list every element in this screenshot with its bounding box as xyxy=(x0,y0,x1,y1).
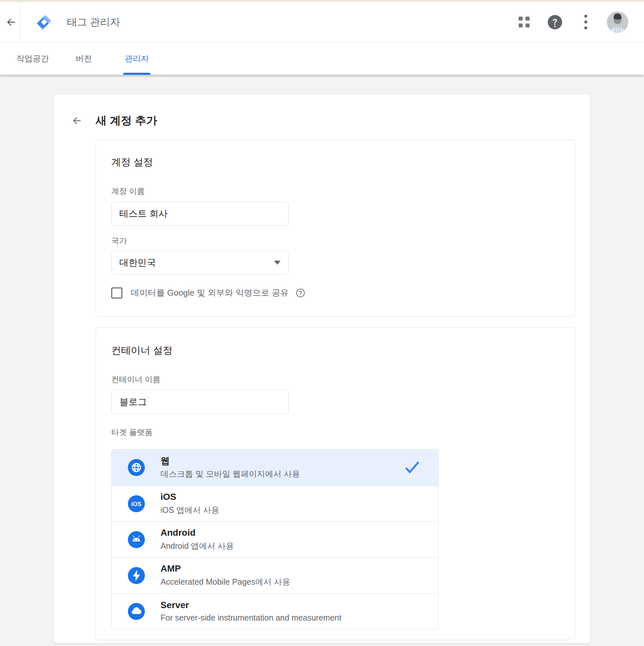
grid-square xyxy=(526,17,530,20)
platform-option-web[interactable]: 웹 데스크톱 및 모바일 웹페이지에서 사용 xyxy=(112,450,438,486)
account-settings-heading: 계정 설정 xyxy=(111,155,575,169)
platform-title: Server xyxy=(160,600,341,611)
container-name-input[interactable] xyxy=(111,390,289,414)
country-label: 국가 xyxy=(111,235,575,246)
grid-square xyxy=(519,17,523,20)
container-name-label: 컨테이너 이름 xyxy=(111,374,575,385)
account-settings-panel: 계정 설정 계정 이름 국가 대한민국 데이터를 Google 및 외부와 익명… xyxy=(96,140,575,317)
card-back-button[interactable] xyxy=(71,115,82,126)
platform-title: iOS xyxy=(160,492,220,502)
appbar-actions: ? xyxy=(519,11,628,33)
caret-down-icon xyxy=(274,261,281,264)
add-account-card: 새 계정 추가 계정 설정 계정 이름 국가 대한민국 데이터를 Google … xyxy=(53,95,590,643)
android-icon xyxy=(128,531,145,548)
app-header: 태그 관리자 ? xyxy=(0,2,644,42)
share-data-checkbox[interactable] xyxy=(111,288,122,299)
tab-label: 관리자 xyxy=(125,53,149,64)
container-settings-panel: 컨테이너 설정 컨테이너 이름 타겟 플랫폼 xyxy=(96,327,575,640)
globe-icon xyxy=(128,459,145,476)
server-cloud-icon xyxy=(128,603,145,620)
page-content: 새 계정 추가 계정 설정 계정 이름 국가 대한민국 데이터를 Google … xyxy=(0,75,644,646)
svg-text:iOS: iOS xyxy=(131,501,141,507)
back-arrow-icon xyxy=(71,115,81,126)
gtm-logo-icon xyxy=(36,14,52,30)
help-icon[interactable]: ? xyxy=(548,15,562,29)
page-title: 새 계정 추가 xyxy=(96,113,157,128)
target-platform-list: 웹 데스크톱 및 모바일 웹페이지에서 사용 iOS xyxy=(111,449,438,629)
platform-description: Accelerated Mobile Pages에서 사용 xyxy=(160,576,290,587)
platform-title: Android xyxy=(160,528,234,538)
country-selected-value: 대한민국 xyxy=(119,256,156,269)
platform-description: For server-side instrumentation and meas… xyxy=(160,613,341,623)
avatar[interactable] xyxy=(607,11,628,33)
overflow-menu-icon[interactable] xyxy=(583,13,588,31)
share-help-icon[interactable]: ? xyxy=(296,289,305,298)
main-tabbar: 작업공간 버전 관리자 xyxy=(0,42,644,75)
platform-title: AMP xyxy=(160,563,290,574)
apps-grid-icon[interactable] xyxy=(519,17,530,27)
platform-option-android[interactable]: Android Android 앱에서 사용 xyxy=(112,521,438,557)
grid-square xyxy=(526,23,530,27)
dot xyxy=(584,15,587,18)
question-circle-icon: ? xyxy=(296,289,305,298)
share-data-label: 데이터를 Google 및 외부와 익명으로 공유 xyxy=(131,287,289,299)
card-header: 새 계정 추가 xyxy=(53,95,590,128)
country-select[interactable]: 대한민국 xyxy=(111,250,289,275)
platform-option-amp[interactable]: AMP Accelerated Mobile Pages에서 사용 xyxy=(112,557,438,593)
amp-icon xyxy=(128,567,145,584)
platform-description: 데스크톱 및 모바일 웹페이지에서 사용 xyxy=(160,468,300,479)
tab-label: 버전 xyxy=(76,53,92,64)
app-title: 태그 관리자 xyxy=(67,15,120,29)
platform-description: Android 앱에서 사용 xyxy=(160,541,234,551)
account-name-input[interactable] xyxy=(111,202,289,226)
dot xyxy=(584,20,587,23)
back-button[interactable] xyxy=(0,2,20,42)
container-settings-heading: 컨테이너 설정 xyxy=(111,344,575,357)
svg-text:?: ? xyxy=(552,17,557,26)
platform-option-server[interactable]: Server For server-side instrumentation a… xyxy=(112,593,438,629)
avatar-image xyxy=(607,11,628,33)
share-data-row: 데이터를 Google 및 외부와 익명으로 공유 ? xyxy=(111,287,575,299)
ios-icon: iOS xyxy=(128,495,145,512)
account-name-label: 계정 이름 xyxy=(111,186,575,196)
tab-workspace[interactable]: 작업공간 xyxy=(16,42,49,75)
check-icon xyxy=(404,461,420,474)
appbar-branding: 태그 관리자 xyxy=(36,14,120,30)
dot xyxy=(584,26,587,29)
tab-label: 작업공간 xyxy=(16,53,49,64)
tab-versions[interactable]: 버전 xyxy=(76,42,92,75)
target-platform-label: 타겟 플랫폼 xyxy=(111,427,575,437)
platform-option-ios[interactable]: iOS iOS iOS 앱에서 사용 xyxy=(112,486,438,521)
back-arrow-icon xyxy=(5,17,16,28)
svg-text:?: ? xyxy=(299,290,302,296)
platform-description: iOS 앱에서 사용 xyxy=(160,505,220,516)
tab-admin[interactable]: 관리자 xyxy=(125,42,149,75)
platform-title: 웹 xyxy=(160,456,300,466)
grid-square xyxy=(519,23,523,27)
